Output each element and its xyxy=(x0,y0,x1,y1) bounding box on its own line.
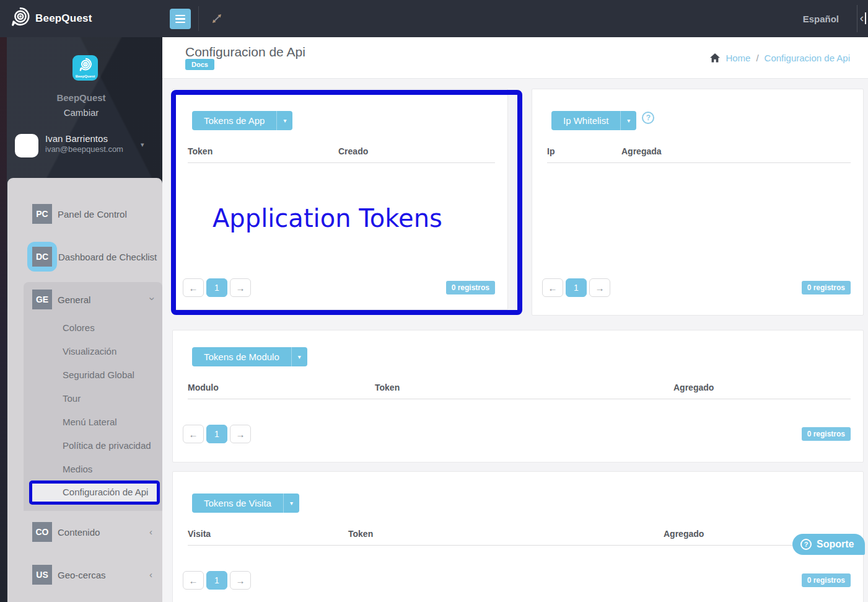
tile-brand-label: BeepQuest xyxy=(76,74,95,78)
expand-icon xyxy=(211,17,223,27)
chevron-left-icon: ‹ xyxy=(860,11,864,25)
collapse-panel-button[interactable]: ‹ xyxy=(860,11,866,25)
sidebar-item-label: Panel de Control xyxy=(58,209,127,219)
panel-de-control-icon: PC xyxy=(32,204,52,224)
records-count-badge: 0 registros xyxy=(802,281,851,294)
next-page-button[interactable]: → xyxy=(230,425,251,443)
next-page-button[interactable]: → xyxy=(230,571,251,590)
module-tokens-pagination: ← 1 → 0 registros xyxy=(183,425,851,443)
column-header-modulo: Modulo xyxy=(188,383,375,392)
sidebar-item-colores[interactable]: Colores xyxy=(24,316,162,339)
user-menu[interactable]: Ivan Barrientos ivan@beepquest.com ▾ xyxy=(15,133,152,158)
sidebar-item-general[interactable]: GE General xyxy=(32,290,90,309)
language-selector[interactable]: Español xyxy=(803,0,839,37)
sidebar-item-menu-lateral[interactable]: Menú Lateral xyxy=(24,410,162,433)
beepquest-logo-icon xyxy=(9,6,31,31)
module-tokens-table-header: Modulo Token Agregado xyxy=(188,383,851,399)
sidebar-item-dashboard-de-checklist[interactable]: DC Dashboard de Checklist xyxy=(27,242,157,272)
sidebar-item-seguridad-global[interactable]: Seguridad Global xyxy=(24,363,162,386)
sidebar-item-tour[interactable]: Tour xyxy=(24,386,162,410)
ip-whitelist-table-header: Ip Agregada xyxy=(547,146,851,163)
sidebar-toggle-button[interactable] xyxy=(170,9,191,29)
page-1-button[interactable]: 1 xyxy=(206,571,227,590)
visit-tokens-pagination: ← 1 → 0 registros xyxy=(183,571,851,590)
support-button[interactable]: ? Soporte xyxy=(792,534,865,555)
module-tokens-panel: Tokens de Modulo ▾ Modulo Token Agregado… xyxy=(172,330,864,463)
app-tokens-table-header: Token Creado xyxy=(188,146,495,163)
chevron-left-icon[interactable]: ‹ xyxy=(149,526,152,537)
workspace-logo-tile[interactable]: BeepQuest xyxy=(72,55,98,81)
brand: BeepQuest xyxy=(9,0,92,37)
app-tokens-panel: Tokens de App ▾ Token Creado ← 1 → 0 reg… xyxy=(172,89,508,310)
sidebar-item-politica-de-privacidad[interactable]: Política de privacidad xyxy=(24,433,162,457)
column-header-ip: Ip xyxy=(547,146,621,156)
sidebar-item-contenido[interactable]: CO Contenido xyxy=(32,522,100,542)
empty-table-body xyxy=(547,163,851,278)
page-header: Configuracion de Api Docs Home / Configu… xyxy=(162,37,868,79)
column-header-visita: Visita xyxy=(188,529,348,539)
sidebar: BeepQuest BeepQuest Cambiar Ivan Barrien… xyxy=(0,37,162,602)
arrow-left-icon: ← xyxy=(189,575,198,586)
breadcrumb-home-link[interactable]: Home xyxy=(726,53,750,63)
brand-name: BeepQuest xyxy=(35,12,92,25)
page-title: Configuracion de Api xyxy=(185,45,305,60)
tokens-de-visita-dropdown-caret-icon[interactable]: ▾ xyxy=(283,494,299,513)
sidebar-item-geo-cercas[interactable]: US Geo-cercas xyxy=(32,565,106,585)
chevron-down-icon[interactable]: ‹ xyxy=(149,293,153,305)
collapse-bar-icon xyxy=(865,12,866,24)
arrow-left-icon: ← xyxy=(189,429,198,440)
help-icon: ? xyxy=(800,539,812,550)
column-header-token: Token xyxy=(375,383,673,392)
records-count-badge: 0 registros xyxy=(802,427,851,441)
sidebar-item-visualizacion[interactable]: Visualización xyxy=(24,339,162,363)
prev-page-button[interactable]: ← xyxy=(183,571,204,590)
docs-button[interactable]: Docs xyxy=(185,59,214,70)
sidebar-item-label: Geo-cercas xyxy=(58,570,106,580)
tokens-de-app-dropdown-caret-icon[interactable]: ▾ xyxy=(276,111,292,130)
dashboard-de-checklist-icon: DC xyxy=(32,247,52,267)
next-page-button[interactable]: → xyxy=(589,278,610,297)
sidebar-item-configuracion-de-api[interactable]: Configuración de Api xyxy=(30,480,159,503)
tokens-de-modulo-button[interactable]: Tokens de Modulo xyxy=(192,347,291,366)
support-label: Soporte xyxy=(817,539,854,550)
tokens-de-app-button[interactable]: Tokens de App xyxy=(192,111,276,130)
page-1-button[interactable]: 1 xyxy=(566,278,587,297)
chevron-left-icon[interactable]: ‹ xyxy=(149,569,152,580)
sidebar-item-medios[interactable]: Medios xyxy=(24,457,162,480)
next-page-button[interactable]: → xyxy=(230,278,251,297)
topbar-divider xyxy=(198,6,199,31)
sidebar-item-label: General xyxy=(58,294,90,305)
tokens-de-modulo-dropdown-caret-icon[interactable]: ▾ xyxy=(291,347,307,366)
records-count-badge: 0 registros xyxy=(446,281,495,294)
arrow-right-icon: → xyxy=(236,283,245,293)
ip-whitelist-dropdown-caret-icon[interactable]: ▾ xyxy=(620,111,636,130)
prev-page-button[interactable]: ← xyxy=(183,425,204,443)
topbar: BeepQuest Español ‹ xyxy=(0,0,868,37)
sidebar-menu: PC Panel de Control DC Dashboard de Chec… xyxy=(7,178,162,602)
tokens-de-visita-button[interactable]: Tokens de Visita xyxy=(192,494,283,513)
help-icon[interactable]: ? xyxy=(642,112,654,124)
column-header-agregada: Agregada xyxy=(621,146,851,156)
column-header-token: Token xyxy=(348,529,664,539)
geo-cercas-icon: US xyxy=(32,565,52,585)
contenido-icon: CO xyxy=(32,522,52,542)
app-tokens-pagination: ← 1 → 0 registros xyxy=(183,278,495,297)
arrow-right-icon: → xyxy=(595,283,605,293)
change-workspace-link[interactable]: Cambiar xyxy=(0,107,162,118)
breadcrumb: Home / Configuracion de Api xyxy=(710,37,850,79)
prev-page-button[interactable]: ← xyxy=(542,278,563,297)
user-name: Ivan Barrientos xyxy=(45,133,108,144)
home-icon xyxy=(710,53,720,63)
page-1-button[interactable]: 1 xyxy=(206,425,227,443)
visit-tokens-table-header: Visita Token Agregado xyxy=(188,529,851,546)
breadcrumb-separator: / xyxy=(756,53,758,63)
active-item-highlight: DC xyxy=(27,242,57,272)
prev-page-button[interactable]: ← xyxy=(183,278,204,297)
records-count-badge: 0 registros xyxy=(802,573,851,587)
ip-whitelist-button[interactable]: Ip Whitelist xyxy=(551,111,620,130)
column-header-agregado: Agregado xyxy=(673,383,851,392)
fullscreen-toggle-button[interactable] xyxy=(211,12,223,25)
hamburger-icon xyxy=(175,15,185,17)
page-1-button[interactable]: 1 xyxy=(206,278,227,297)
sidebar-item-panel-de-control[interactable]: PC Panel de Control xyxy=(32,204,127,224)
